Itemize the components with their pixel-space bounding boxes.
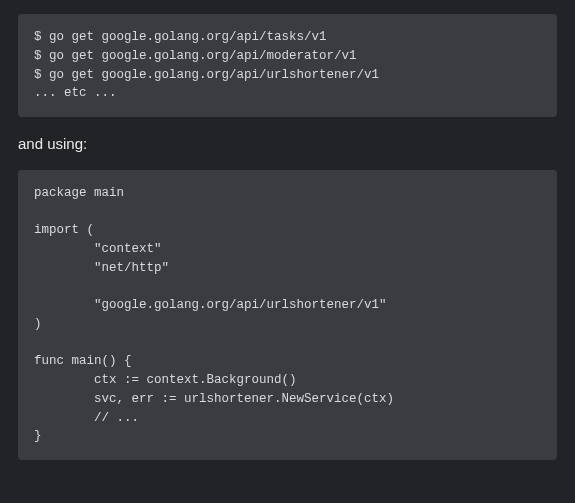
code-content: $ go get google.golang.org/api/tasks/v1 …: [34, 28, 541, 103]
content-container: $ go get google.golang.org/api/tasks/v1 …: [0, 0, 575, 460]
code-block-go-example[interactable]: package main import ( "context" "net/htt…: [18, 170, 557, 461]
code-block-install-commands[interactable]: $ go get google.golang.org/api/tasks/v1 …: [18, 14, 557, 117]
body-text-and-using: and using:: [18, 133, 557, 156]
code-content: package main import ( "context" "net/htt…: [34, 184, 541, 447]
